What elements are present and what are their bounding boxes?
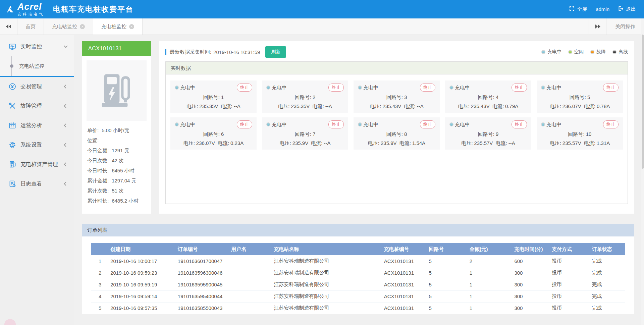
- stat-unit-price: 单价:5.00 小时/元: [87, 125, 146, 136]
- page-title: 电瓶车充电桩收费平台: [53, 4, 133, 14]
- tab-bar: 首页 充电站监控 × 充电桩监控 × 关闭操作: [0, 18, 644, 35]
- legend-fault: 故障: [590, 49, 606, 55]
- pile-info-card: ACX1010131: [82, 41, 151, 214]
- stat-location: 位置:: [87, 136, 146, 146]
- collect-time-value: 2019-10-16 10:31:59: [213, 49, 260, 55]
- charging-status-icon: [358, 86, 362, 90]
- tab-station-monitor[interactable]: 充电站监控 ×: [44, 18, 93, 35]
- close-tab-icon[interactable]: ×: [129, 24, 134, 29]
- pile-stats: 单价:5.00 小时/元 位置: 今日金额:1291 元 今日次数:42 次 今…: [87, 121, 147, 206]
- terminate-button[interactable]: 终止: [237, 120, 252, 128]
- refresh-button[interactable]: 刷新: [265, 46, 286, 58]
- terminate-button[interactable]: 终止: [420, 120, 435, 128]
- table-row[interactable]: 4 2019-10-16 09:59:14 1910163595400044 江…: [91, 290, 625, 302]
- stat-today-amount: 今日金额:1291 元: [87, 146, 146, 156]
- table-row[interactable]: 1 2019-10-16 10:00:17 1910163601700047 江…: [91, 255, 625, 267]
- chevron-down-icon: [64, 44, 67, 48]
- sidebar-item-transactions[interactable]: 交易管理: [0, 77, 74, 96]
- terminate-button[interactable]: 终止: [512, 120, 527, 128]
- charging-status-icon: [266, 122, 270, 126]
- main-content: ACX1010131: [74, 35, 644, 325]
- circuit-card: 充电中终止 回路号:4 电压:235.43V 电流:0.79A: [445, 80, 531, 113]
- terminate-button[interactable]: 终止: [237, 84, 252, 92]
- charging-station-icon: [98, 72, 135, 109]
- terminate-button[interactable]: 终止: [603, 120, 619, 128]
- orders-section: 订单列表 创建日期 订单编号 用户名 充电站名称 充电桩编号: [82, 224, 634, 314]
- logout-icon: [618, 6, 624, 12]
- terminate-button[interactable]: 终止: [603, 84, 619, 92]
- sidebar-item-logs[interactable]: 日志查看: [0, 174, 74, 194]
- fullscreen-icon: [569, 6, 575, 12]
- legend-charging: 充电中: [541, 49, 561, 55]
- scrollbar-thumb[interactable]: [642, 35, 644, 169]
- logo-text: Acrel: [17, 2, 44, 11]
- orders-table-header: 创建日期 订单编号 用户名 充电站名称 充电桩编号 回路号 金额(元) 充电时间…: [91, 243, 625, 255]
- col-user: 用户名: [230, 243, 272, 255]
- sidebar-item-realtime-monitor[interactable]: 实时监控: [0, 37, 74, 56]
- charging-status-icon: [541, 50, 545, 54]
- stat-total-duration: 累计时长:6485.2 小时: [87, 196, 146, 206]
- col-pile: 充电桩编号: [383, 243, 428, 255]
- sidebar-item-pile-assets[interactable]: 充电桩资产管理: [0, 155, 74, 174]
- acrel-logo: Acrel 安科瑞电气: [6, 2, 44, 16]
- circuit-card: 充电中终止 回路号:10 电压:235.57V 电流:1.31A: [537, 117, 623, 150]
- terminate-button[interactable]: 终止: [328, 84, 344, 92]
- tab-pile-monitor[interactable]: 充电桩监控 ×: [93, 18, 143, 35]
- acrel-logo-icon: [6, 5, 15, 14]
- circuit-card-grid: 充电中终止 回路号:1 电压:235.35V 电流:--A 充电中终止 回路号:…: [166, 74, 628, 156]
- stat-total-amount: 累计金额:1297.04 元: [87, 176, 146, 186]
- tabs-scroll-right-button[interactable]: [589, 18, 606, 35]
- col-minutes: 充电时间(分): [513, 243, 550, 255]
- table-row[interactable]: 5 2019-10-16 09:57:35 1910163585500043 江…: [91, 302, 625, 314]
- offline-status-icon: [612, 50, 616, 54]
- col-status: 订单状态: [590, 243, 625, 255]
- pile-id: ACX1010131: [82, 41, 151, 56]
- circuit-card: 充电中终止 回路号:1 电压:235.35V 电流:--A: [170, 80, 257, 113]
- charging-status-icon: [449, 86, 453, 90]
- legend-idle: 空闲: [568, 49, 584, 55]
- vertical-scrollbar[interactable]: [641, 18, 644, 325]
- fullscreen-button[interactable]: 全屏: [569, 6, 587, 12]
- table-row[interactable]: 3 2019-10-16 09:59:19 1910163595900045 江…: [91, 279, 625, 290]
- accent-bar: [165, 49, 166, 55]
- username[interactable]: admin: [596, 6, 609, 12]
- fault-tools-icon: [9, 102, 16, 110]
- circuit-card: 充电中终止 回路号:3 电压:235.43V 电流:--A: [354, 80, 440, 113]
- logout-button[interactable]: 退出: [618, 6, 636, 12]
- sidebar-decoration: [0, 284, 74, 325]
- circuit-card: 充电中终止 回路号:8 电压:235.9V 电流:1.54A: [354, 117, 440, 150]
- charging-status-icon: [266, 86, 270, 90]
- app-header: Acrel 安科瑞电气 电瓶车充电桩收费平台 全屏 admin 退出: [0, 0, 644, 18]
- chevron-left-icon: [64, 123, 67, 127]
- status-legend: 充电中 空闲 故障 离线: [541, 49, 628, 55]
- chevron-left-icon: [64, 104, 67, 108]
- chevron-left-icon: [64, 162, 67, 166]
- stat-today-count: 今日次数:42 次: [87, 156, 146, 166]
- sidebar-item-faults[interactable]: 故障管理: [0, 96, 74, 116]
- idle-status-icon: [568, 50, 572, 54]
- orders-table: 创建日期 订单编号 用户名 充电站名称 充电桩编号 回路号 金额(元) 充电时间…: [91, 243, 625, 314]
- sidebar-item-operation-analysis[interactable]: 运营分析: [0, 116, 74, 135]
- charging-asset-icon: [9, 161, 16, 168]
- close-tab-icon[interactable]: ×: [80, 24, 85, 29]
- stat-total-count: 累计次数:51 次: [87, 186, 146, 196]
- tabs-scroll-left-button[interactable]: [0, 18, 17, 35]
- circuit-card: 充电中终止 回路号:5 电压:236.07V 电流:0.78A: [537, 80, 623, 113]
- terminate-button[interactable]: 终止: [420, 84, 435, 92]
- charging-status-icon: [449, 122, 453, 126]
- chevron-left-icon: [64, 85, 67, 88]
- sidebar-item-system-settings[interactable]: 系统设置: [0, 135, 74, 155]
- table-row[interactable]: 2 2019-10-16 09:59:23 1910163596300046 江…: [91, 267, 625, 279]
- transaction-icon: [9, 83, 16, 90]
- tab-home[interactable]: 首页: [17, 18, 44, 35]
- close-operations-menu[interactable]: 关闭操作: [606, 18, 644, 35]
- legend-offline: 离线: [612, 49, 628, 55]
- terminate-button[interactable]: 终止: [328, 120, 344, 128]
- realtime-data-box: 实时数据 充电中终止 回路号:1 电压:235.35V 电流:--A 充电中终止…: [165, 61, 628, 204]
- terminate-button[interactable]: 终止: [512, 84, 527, 92]
- col-amount: 金额(元): [468, 243, 513, 255]
- sidebar-item-station-monitor[interactable]: 充电站监控: [0, 56, 74, 76]
- fault-status-icon: [590, 50, 594, 54]
- chevron-left-icon: [64, 143, 67, 147]
- sidebar: 实时监控 充电站监控 交易管理 故障管理: [0, 35, 74, 325]
